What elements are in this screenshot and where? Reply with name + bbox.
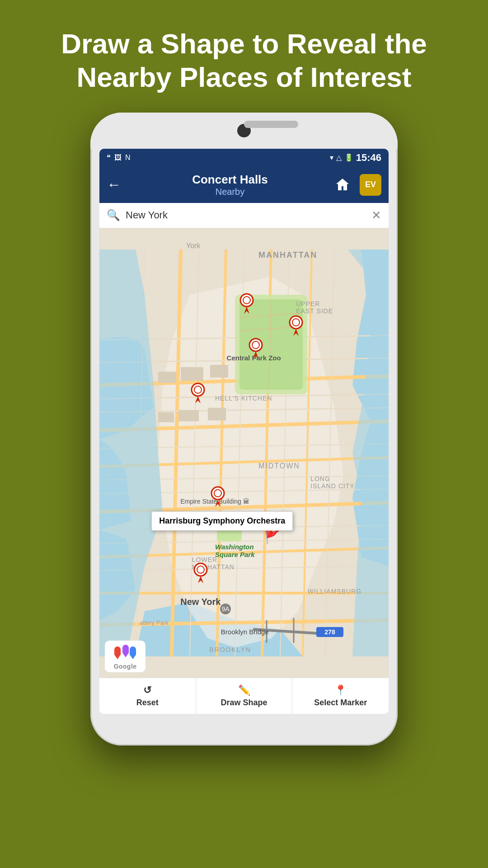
app-subtitle: Nearby — [216, 187, 244, 197]
app-title: Concert Halls — [192, 173, 268, 187]
draw-shape-label: Draw Shape — [221, 698, 267, 708]
svg-point-25 — [197, 566, 204, 573]
svg-rect-8 — [208, 408, 226, 420]
select-marker-label: Select Marker — [314, 698, 367, 708]
svg-point-15 — [243, 297, 250, 304]
battery-icon: 🔋 — [344, 153, 353, 162]
info-window-text: Harrisburg Symphony Orchestra — [159, 516, 285, 525]
time-display: 15:46 — [356, 152, 381, 164]
status-icons-left: ❝ 🖼 N — [107, 153, 131, 162]
back-button[interactable]: ← — [107, 176, 121, 193]
ev-badge[interactable]: EV — [360, 174, 381, 196]
phone-wrapper: ❝ 🖼 N ▾ △ 🔋 15:46 ← Concert Halls Nearby — [86, 113, 402, 782]
status-bar: ❝ 🖼 N ▾ △ 🔋 15:46 — [99, 149, 389, 167]
close-button[interactable]: ✕ — [371, 208, 381, 222]
phone-top-bar — [90, 113, 398, 149]
reset-label: Reset — [136, 698, 159, 708]
map-pin-1[interactable] — [239, 293, 255, 314]
svg-point-19 — [252, 341, 259, 349]
wifi-icon: ▾ — [330, 153, 333, 162]
svg-point-23 — [214, 490, 221, 497]
app-bar: ← Concert Halls Nearby EV — [99, 167, 389, 203]
map-pin-4[interactable] — [190, 382, 206, 403]
reset-button[interactable]: ↺ Reset — [99, 678, 196, 714]
app-title-area: Concert Halls Nearby — [128, 173, 332, 197]
phone-speaker — [244, 121, 298, 128]
svg-point-21 — [194, 386, 202, 393]
draw-shape-icon: ✏️ — [238, 684, 250, 696]
svg-rect-6 — [158, 412, 174, 422]
map-area[interactable]: 9A 278 MANHATTAN UPPEREAST SIDE HELL'S K… — [99, 228, 389, 678]
map-pin-6[interactable] — [192, 562, 209, 583]
svg-rect-3 — [158, 372, 176, 383]
svg-text:278: 278 — [324, 628, 335, 636]
image-icon: 🖼 — [114, 154, 122, 162]
phone-body: ❝ 🖼 N ▾ △ 🔋 15:46 ← Concert Halls Nearby — [90, 113, 398, 745]
app-bar-icons: EV — [332, 174, 381, 196]
svg-rect-5 — [210, 365, 228, 377]
google-logo: Google — [105, 641, 145, 672]
search-bar: 🔍 New York ✕ — [99, 203, 389, 228]
map-pin-3[interactable] — [248, 338, 264, 359]
svg-rect-7 — [178, 410, 199, 421]
reset-icon: ↺ — [143, 684, 151, 696]
home-button[interactable] — [332, 174, 353, 196]
search-icon: 🔍 — [107, 209, 120, 222]
headline: Draw a Shape to Reveal the Nearby Places… — [0, 0, 488, 113]
draw-shape-button[interactable]: ✏️ Draw Shape — [196, 678, 292, 714]
map-pin-5[interactable] — [210, 486, 226, 507]
bottom-toolbar: ↺ Reset ✏️ Draw Shape 📍 Select Marker — [99, 678, 389, 714]
select-marker-icon: 📍 — [334, 684, 347, 696]
svg-point-17 — [292, 319, 300, 326]
select-marker-button[interactable]: 📍 Select Marker — [292, 678, 389, 714]
info-window[interactable]: Harrisburg Symphony Orchestra — [151, 511, 293, 531]
svg-rect-4 — [181, 367, 203, 381]
search-text[interactable]: New York — [126, 209, 371, 221]
notification-icon: N — [125, 154, 131, 162]
screen: ❝ 🖼 N ▾ △ 🔋 15:46 ← Concert Halls Nearby — [99, 149, 389, 714]
flag-icon: 🚩 — [264, 529, 280, 544]
signal-icon: △ — [336, 153, 342, 162]
status-icons-right: ▾ △ 🔋 15:46 — [330, 152, 381, 164]
svg-text:9A: 9A — [221, 605, 230, 613]
quote-icon: ❝ — [107, 153, 111, 162]
map-pin-2[interactable] — [288, 315, 304, 336]
